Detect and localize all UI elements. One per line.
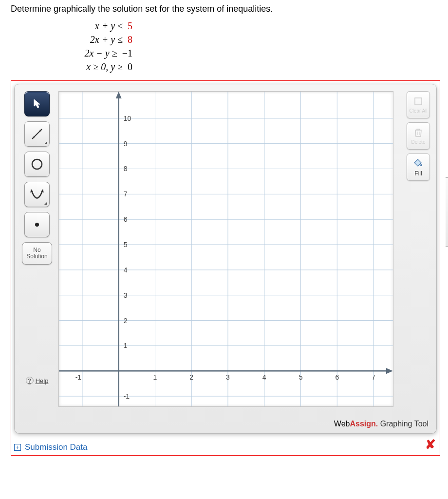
submission-data-toggle[interactable]: + Submission Data bbox=[14, 442, 437, 452]
left-toolbar: No Solution ?Help bbox=[21, 91, 53, 384]
trash-icon bbox=[413, 127, 424, 138]
right-toolbar: Clear All Delete Fill bbox=[405, 91, 431, 181]
expand-icon: + bbox=[14, 444, 21, 451]
circle-tool-button[interactable] bbox=[24, 152, 50, 177]
svg-rect-49 bbox=[415, 98, 422, 105]
svg-text:10: 10 bbox=[124, 115, 131, 122]
svg-text:4: 4 bbox=[262, 373, 266, 381]
point-tool-button[interactable] bbox=[24, 212, 50, 237]
svg-text:5: 5 bbox=[299, 373, 303, 381]
svg-marker-27 bbox=[386, 368, 393, 374]
svg-text:-1: -1 bbox=[124, 392, 130, 400]
graphing-tool-panel: No Solution ?Help -1 1234567 - bbox=[14, 84, 437, 434]
svg-text:1: 1 bbox=[153, 373, 157, 381]
cursor-icon bbox=[33, 99, 41, 109]
svg-point-52 bbox=[420, 164, 422, 166]
svg-text:3: 3 bbox=[226, 373, 230, 381]
help-icon: ? bbox=[26, 377, 34, 384]
svg-text:7: 7 bbox=[124, 190, 128, 198]
graph-layers-tab[interactable]: Gra A ca pr bbox=[446, 177, 448, 247]
grid-svg: -1 1234567 -1 12345678910 bbox=[59, 92, 393, 406]
question-text: Determine graphically the solution set f… bbox=[11, 4, 448, 14]
svg-text:6: 6 bbox=[124, 215, 128, 223]
svg-text:6: 6 bbox=[335, 373, 339, 381]
svg-text:4: 4 bbox=[124, 266, 128, 274]
incorrect-icon: ✘ bbox=[425, 437, 436, 452]
circle-icon bbox=[30, 157, 44, 172]
pointer-tool-button[interactable] bbox=[24, 91, 50, 116]
svg-point-3 bbox=[32, 159, 42, 169]
svg-text:8: 8 bbox=[124, 165, 128, 173]
fill-button[interactable]: Fill bbox=[407, 154, 430, 181]
inequalities-list: x + y ≤5 2x + y ≤8 2x − y ≥−1 x ≥ 0, y ≥… bbox=[50, 19, 448, 74]
point-icon bbox=[34, 222, 40, 228]
clear-all-icon bbox=[413, 96, 424, 107]
svg-text:1: 1 bbox=[124, 342, 128, 349]
svg-text:2: 2 bbox=[124, 317, 128, 325]
fill-icon bbox=[413, 158, 424, 169]
svg-text:3: 3 bbox=[124, 291, 128, 299]
no-solution-button[interactable]: No Solution bbox=[22, 242, 52, 265]
help-link[interactable]: ?Help bbox=[26, 377, 49, 384]
branding-label: WebAssign. Graphing Tool bbox=[334, 420, 429, 428]
parabola-tool-button[interactable] bbox=[24, 182, 50, 207]
clear-all-button[interactable]: Clear All bbox=[407, 91, 430, 118]
answer-box: No Solution ?Help -1 1234567 - bbox=[11, 80, 440, 456]
svg-text:2: 2 bbox=[189, 373, 193, 381]
svg-marker-29 bbox=[116, 92, 122, 98]
svg-text:9: 9 bbox=[124, 140, 128, 148]
svg-point-6 bbox=[35, 223, 39, 227]
parabola-icon bbox=[29, 187, 45, 202]
delete-button[interactable]: Delete bbox=[407, 122, 430, 150]
svg-text:5: 5 bbox=[124, 241, 128, 249]
graph-canvas[interactable]: -1 1234567 -1 12345678910 bbox=[58, 91, 393, 407]
svg-text:7: 7 bbox=[372, 373, 375, 381]
svg-text:-1: -1 bbox=[75, 373, 82, 381]
line-tool-button[interactable] bbox=[24, 121, 50, 147]
line-icon bbox=[30, 127, 44, 141]
